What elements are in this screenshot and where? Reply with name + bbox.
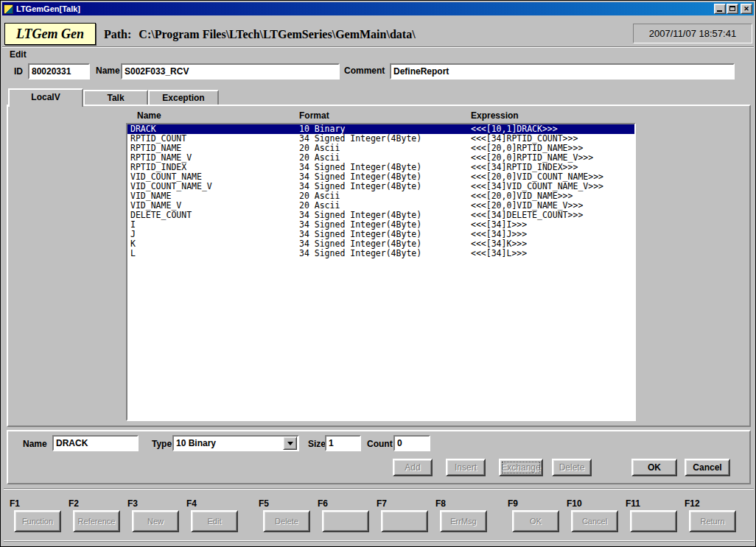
function-key-label: F11	[626, 498, 683, 509]
function-key-label: F12	[685, 498, 742, 509]
cancel-button[interactable]: Cancel	[685, 459, 730, 476]
function-key-button[interactable]: Function	[14, 510, 61, 532]
minimize-button[interactable]	[714, 4, 726, 14]
function-key-button[interactable]: Delete	[263, 510, 310, 532]
row-expression: <<<[20,0]VID_NAME>>>	[471, 191, 634, 201]
function-key-button[interactable]: Cancel	[571, 510, 618, 532]
function-key-label: F10	[567, 498, 624, 509]
name-input[interactable]	[121, 63, 340, 80]
table-row[interactable]: DRACK 10 Binary <<<[10,1]DRACK>>>	[127, 124, 634, 134]
type-select[interactable]: 10 Binary	[172, 435, 299, 451]
title-bar[interactable]: LTGemGen[Talk]	[2, 2, 754, 15]
function-key-label: F4	[186, 498, 244, 509]
name-label: Name	[96, 66, 120, 76]
delete-button[interactable]: Delete	[552, 459, 592, 476]
row-name: K	[127, 239, 299, 249]
row-format: 34 Signed Integer(4Byte)	[299, 230, 471, 239]
function-key-label: F9	[508, 498, 565, 509]
tab[interactable]: Exception	[148, 90, 219, 105]
column-header-name: Name	[137, 110, 161, 121]
app-icon	[4, 4, 13, 14]
function-key-button[interactable]: Return	[689, 510, 736, 532]
id-input[interactable]	[28, 63, 90, 80]
table-row[interactable]: VID_NAME 20 Ascii <<<[20,0]VID_NAME>>>	[127, 191, 634, 201]
detail-name-input[interactable]	[52, 435, 139, 451]
row-expression: <<<[20,0]VID_COUNT_NAME>>>	[471, 172, 634, 182]
row-expression: <<<[34]I>>>	[471, 220, 634, 230]
table-row[interactable]: L 34 Signed Integer(4Byte) <<<[34]L>>>	[127, 249, 634, 258]
tab[interactable]: LocalV	[8, 88, 83, 107]
function-key-button[interactable]: Reference	[73, 510, 120, 532]
function-key-button[interactable]	[322, 510, 369, 532]
row-name: DRACK	[127, 124, 299, 134]
function-key-button[interactable]: OK	[512, 510, 559, 532]
type-label: Type	[152, 439, 172, 449]
row-expression: <<<[34]L>>>	[471, 249, 634, 258]
datetime-display: 2007/11/07 18:57:41	[633, 24, 752, 43]
column-header-format: Format	[299, 110, 329, 121]
function-key-column: F3 New	[126, 498, 185, 532]
function-key-button[interactable]: New	[132, 510, 179, 532]
comment-input[interactable]	[390, 63, 735, 80]
variable-list[interactable]: DRACK 10 Binary <<<[10,1]DRACK>>> RPTID_…	[126, 123, 636, 421]
exchange-button[interactable]: Exchange	[499, 459, 543, 476]
table-row[interactable]: K 34 Signed Integer(4Byte) <<<[34]K>>>	[127, 239, 634, 249]
table-row[interactable]: VID_NAME_V 20 Ascii <<<[20,0]VID_NAME_V>…	[127, 201, 634, 211]
row-name: I	[127, 220, 299, 230]
row-name: RPTID_NAME	[127, 144, 299, 153]
maximize-button[interactable]	[727, 4, 738, 14]
size-label: Size	[308, 439, 326, 449]
function-key-column: F11	[624, 498, 683, 532]
ok-button[interactable]: OK	[631, 459, 677, 476]
row-format: 34 Signed Integer(4Byte)	[299, 249, 471, 258]
row-expression: <<<[34]J>>>	[471, 230, 634, 239]
tab-label: LocalV	[31, 92, 60, 102]
table-row[interactable]: VID_COUNT_NAME 34 Signed Integer(4Byte) …	[127, 172, 634, 182]
row-format: 34 Signed Integer(4Byte)	[299, 220, 471, 230]
row-name: RPTID_NAME_V	[127, 153, 299, 163]
row-format: 20 Ascii	[299, 153, 471, 163]
table-row[interactable]: VID_COUNT_NAME_V 34 Signed Integer(4Byte…	[127, 182, 634, 191]
chevron-down-icon[interactable]	[283, 437, 297, 450]
row-expression: <<<[10,1]DRACK>>>	[471, 124, 634, 134]
size-input[interactable]	[325, 435, 361, 451]
row-expression: <<<[34]RPTID_COUNT>>>	[471, 134, 634, 144]
row-format: 34 Signed Integer(4Byte)	[299, 172, 471, 182]
table-row[interactable]: RPTID_NAME 20 Ascii <<<[20,0]RPTID_NAME>…	[127, 144, 634, 153]
row-format: 34 Signed Integer(4Byte)	[299, 239, 471, 249]
function-key-column: F7	[375, 498, 434, 532]
breadcrumb: Path:C:\Program Files\LTech\LTGemSeries\…	[104, 25, 416, 44]
row-name: VID_NAME	[127, 191, 299, 201]
function-key-label: F6	[318, 498, 375, 509]
function-key-button[interactable]: Edit	[191, 510, 238, 532]
tab[interactable]: Talk	[83, 90, 148, 105]
function-key-button[interactable]: ErrMsg	[440, 510, 487, 532]
function-key-label: F5	[259, 498, 316, 509]
table-row[interactable]: RPTID_COUNT 34 Signed Integer(4Byte) <<<…	[127, 134, 634, 144]
window-title: LTGemGen[Talk]	[16, 4, 713, 13]
function-key-column: F6	[316, 498, 375, 532]
close-button[interactable]	[741, 4, 752, 14]
table-row[interactable]: DELETE_COUNT 34 Signed Integer(4Byte) <<…	[127, 211, 634, 220]
function-key-column: F2 Reference	[67, 498, 126, 532]
function-key-button[interactable]	[381, 510, 428, 532]
table-row[interactable]: RPTID_NAME_V 20 Ascii <<<[20,0]RPTID_NAM…	[127, 153, 634, 163]
row-expression: <<<[34]VID_COUNT_NAME_V>>>	[471, 182, 634, 191]
row-format: 20 Ascii	[299, 201, 471, 211]
tab-label: Exception	[162, 93, 204, 103]
row-expression: <<<[34]K>>>	[471, 239, 634, 249]
function-key-label: F1	[10, 498, 67, 509]
function-key-button[interactable]	[630, 510, 677, 532]
row-name: VID_COUNT_NAME	[127, 172, 299, 182]
count-input[interactable]	[393, 435, 430, 451]
add-button[interactable]: Add	[393, 459, 433, 476]
table-row[interactable]: I 34 Signed Integer(4Byte) <<<[34]I>>>	[127, 220, 634, 230]
table-row[interactable]: RPTID_INDEX 34 Signed Integer(4Byte) <<<…	[127, 163, 634, 172]
insert-button[interactable]: Insert	[446, 459, 486, 476]
row-expression: <<<[34]DELETE_COUNT>>>	[471, 211, 634, 220]
comment-label: Comment	[344, 66, 385, 76]
detail-name-label: Name	[23, 439, 47, 449]
table-row[interactable]: J 34 Signed Integer(4Byte) <<<[34]J>>>	[127, 230, 634, 239]
edit-section-label: Edit	[10, 49, 27, 60]
function-key-column: F12 Return	[683, 498, 742, 532]
